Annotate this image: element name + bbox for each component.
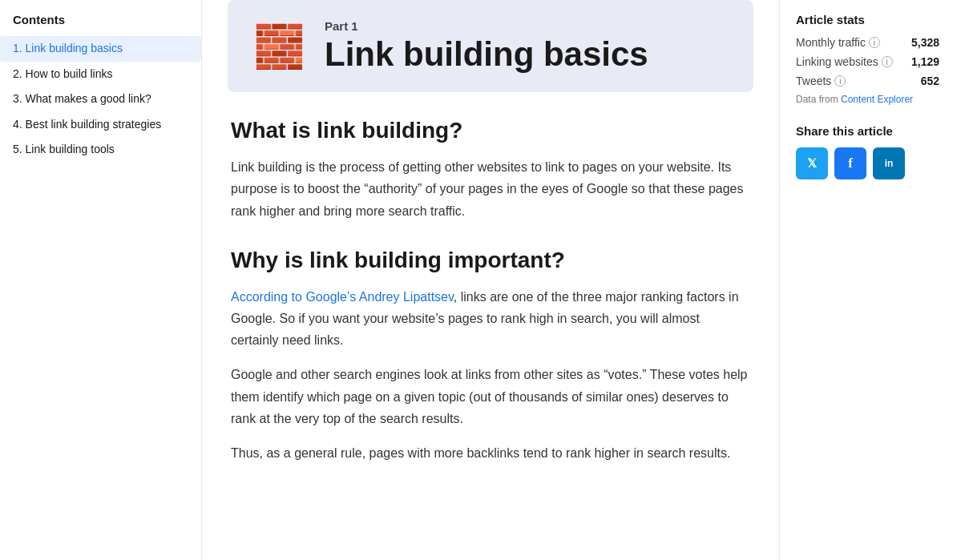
- sidebar-item-1[interactable]: 1. Link building basics: [0, 36, 201, 62]
- tweets-label: Tweets i: [796, 75, 846, 87]
- sidebar-item-5[interactable]: 5. Link building tools: [0, 137, 201, 163]
- hero-title: Link building basics: [325, 36, 648, 73]
- monthly-traffic-label: Monthly traffic i: [796, 36, 880, 49]
- main-content: 🧱 Part 1 Link building basics What is li…: [202, 0, 779, 560]
- share-twitter-button[interactable]: 𝕏: [796, 147, 828, 179]
- facebook-icon: f: [848, 155, 853, 171]
- body-text-1-1: Link building is the process of getting …: [231, 156, 750, 222]
- article-body: What is link building? Link building is …: [228, 118, 753, 464]
- hero-banner: 🧱 Part 1 Link building basics: [228, 0, 753, 92]
- hero-text: Part 1 Link building basics: [325, 19, 648, 73]
- sidebar-title: Contents: [0, 13, 201, 36]
- stat-row-tweets: Tweets i 652: [796, 75, 939, 87]
- sidebar-item-2[interactable]: 2. How to build links: [0, 62, 201, 87]
- monthly-traffic-value: 5,328: [911, 36, 939, 49]
- sidebar-item-4[interactable]: 4. Best link building strategies: [0, 112, 201, 138]
- body-text-2-3: Thus, as a general rule, pages with more…: [231, 442, 750, 464]
- content-explorer-link[interactable]: Content Explorer: [841, 94, 913, 105]
- data-source: Data from Content Explorer: [796, 94, 939, 105]
- monthly-traffic-info-icon[interactable]: i: [869, 37, 880, 48]
- body-text-2-2: Google and other search engines look at …: [231, 364, 750, 429]
- right-sidebar: Article stats Monthly traffic i 5,328 Li…: [779, 0, 955, 560]
- share-title: Share this article: [796, 124, 939, 138]
- linking-websites-info-icon[interactable]: i: [882, 56, 893, 67]
- sidebar: Contents 1. Link building basics 2. How …: [0, 0, 202, 560]
- article-stats-title: Article stats: [796, 13, 939, 26]
- tweets-info-icon[interactable]: i: [834, 75, 846, 87]
- andrey-lipattsev-link[interactable]: According to Google’s Andrey Lipattsev: [231, 290, 454, 304]
- sidebar-item-3[interactable]: 3. What makes a good link?: [0, 87, 201, 112]
- section-heading-1: What is link building?: [231, 118, 750, 143]
- tweets-value: 652: [921, 75, 939, 87]
- section-heading-2: Why is link building important?: [231, 248, 750, 273]
- stat-row-traffic: Monthly traffic i 5,328: [796, 36, 939, 49]
- twitter-icon: 𝕏: [807, 156, 817, 171]
- body-text-2-1: According to Google’s Andrey Lipattsev, …: [231, 286, 750, 352]
- hero-part-label: Part 1: [325, 19, 648, 33]
- share-buttons: 𝕏 f in: [796, 147, 939, 179]
- linking-websites-label: Linking websites i: [796, 55, 893, 68]
- linkedin-icon: in: [885, 158, 894, 169]
- stat-row-linking: Linking websites i 1,129: [796, 55, 939, 68]
- share-linkedin-button[interactable]: in: [873, 147, 905, 179]
- share-facebook-button[interactable]: f: [834, 147, 866, 179]
- hero-icon: 🧱: [253, 26, 305, 67]
- linking-websites-value: 1,129: [911, 55, 939, 68]
